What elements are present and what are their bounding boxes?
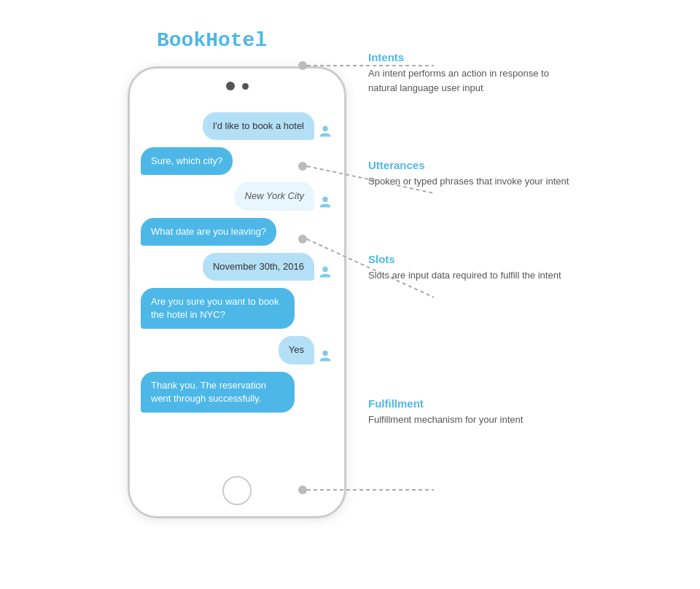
user-icon-7 (317, 348, 333, 364)
phone-frame: I'd like to book a hotel Sure, which cit… (128, 66, 346, 518)
bubble-5: November 30th, 2016 (203, 253, 314, 281)
phone-home-button (222, 476, 252, 505)
annotation-fulfillment-desc: Fulfillment mechanism for your intent (368, 413, 572, 427)
chat-row-6: Are you sure you want to book the hotel … (141, 288, 333, 329)
bubble-4: What date are you leaving? (141, 218, 276, 246)
annotation-utterances-desc: Spoken or typed phrases that invoke your… (368, 174, 572, 189)
svg-point-0 (322, 126, 327, 131)
left-section: BookHotel I'd like to book a hotel Sur (128, 29, 346, 518)
svg-point-3 (322, 350, 327, 355)
annotation-slots: Slots Slots are input data required to f… (368, 253, 572, 283)
chat-row-2: Sure, which city? (141, 147, 333, 175)
bubble-8: Thank you. The reservation went through … (141, 372, 295, 413)
chat-row-3: New York City (141, 182, 333, 210)
bubble-7: Yes (279, 336, 314, 364)
user-icon-5 (317, 265, 333, 281)
bubble-1: I'd like to book a hotel (203, 112, 314, 140)
chat-row-5: November 30th, 2016 (141, 253, 333, 281)
annotation-intents-title: Intents (368, 51, 572, 63)
svg-point-2 (322, 267, 327, 272)
annotation-slots-desc: Slots are input data required to fulfill… (368, 268, 572, 283)
user-icon-1 (317, 124, 333, 140)
chat-row-1: I'd like to book a hotel (141, 112, 333, 140)
annotations-panel: Intents An intent performs an action in … (368, 29, 572, 448)
annotation-fulfillment-title: Fulfillment (368, 397, 572, 410)
svg-point-1 (322, 196, 327, 201)
annotation-slots-title: Slots (368, 253, 572, 265)
phone-dot-2 (242, 83, 249, 90)
chat-row-8: Thank you. The reservation went through … (141, 372, 333, 413)
chat-row-4: What date are you leaving? (141, 218, 333, 246)
bubble-6: Are you sure you want to book the hotel … (141, 288, 295, 329)
phone-dot-1 (226, 82, 235, 90)
user-icon-3 (317, 195, 333, 211)
annotation-utterances: Utterances Spoken or typed phrases that … (368, 159, 572, 189)
annotation-intents-desc: An intent performs an action in response… (368, 66, 572, 95)
annotation-fulfillment: Fulfillment Fulfillment mechanism for yo… (368, 397, 572, 427)
main-container: BookHotel I'd like to book a hotel Sur (0, 0, 700, 547)
annotation-utterances-title: Utterances (368, 159, 572, 171)
annotation-intents: Intents An intent performs an action in … (368, 51, 572, 95)
bubble-3: New York City (235, 182, 314, 210)
chat-row-7: Yes (141, 336, 333, 364)
phone-top-bar (130, 82, 344, 90)
chat-area: I'd like to book a hotel Sure, which cit… (141, 112, 333, 472)
app-title: BookHotel (157, 29, 267, 52)
bubble-2: Sure, which city? (141, 147, 233, 175)
